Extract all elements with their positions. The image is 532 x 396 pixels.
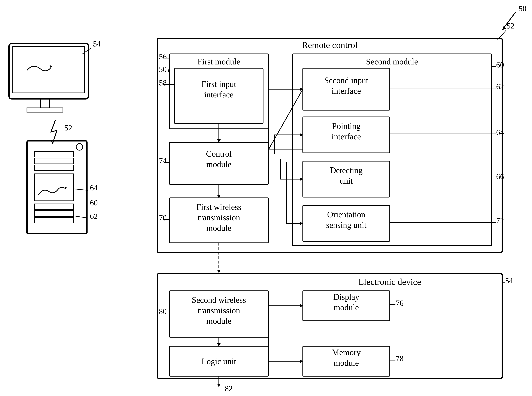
label-62-tower: 62: [90, 212, 98, 221]
svg-line-5: [82, 48, 91, 54]
pointing-interface-line2: interface: [332, 132, 361, 141]
label-72: 72: [496, 216, 504, 225]
first-input-interface-label2: interface: [204, 90, 234, 99]
label-74: 74: [159, 157, 167, 165]
control-module-line2: module: [206, 160, 231, 169]
memory-module-line1: Memory: [332, 348, 361, 357]
label-62-rc: 62: [496, 82, 504, 91]
electronic-device-title: Electronic device: [358, 277, 421, 287]
label-60-tower: 60: [90, 198, 98, 207]
label-76: 76: [396, 299, 403, 307]
label-66: 66: [496, 172, 504, 181]
label-64-tower: 64: [90, 183, 98, 192]
svg-marker-52: [300, 221, 303, 225]
label-54-ed: 54: [505, 276, 513, 285]
first-wireless-line3: module: [206, 223, 231, 233]
svg-line-24: [73, 216, 88, 218]
remote-control-title: Remote control: [302, 40, 358, 50]
first-wireless-line2: transmission: [198, 213, 240, 222]
svg-rect-2: [41, 99, 49, 108]
svg-marker-74: [300, 304, 303, 308]
second-module-label: Second module: [366, 57, 418, 66]
svg-marker-76: [300, 359, 303, 363]
svg-line-23: [73, 189, 88, 190]
label-60-rc: 60: [496, 61, 504, 69]
detecting-unit-line2: unit: [340, 176, 353, 185]
svg-rect-0: [9, 43, 88, 99]
svg-rect-14: [35, 174, 73, 201]
diagram: 54 52 64 60 62 Remote control First m: [0, 0, 532, 396]
svg-rect-28: [292, 54, 492, 246]
label-70: 70: [159, 213, 167, 222]
second-input-interface-line2: interface: [332, 86, 361, 95]
orientation-sensing-line1: Orientation: [327, 210, 365, 219]
label-78: 78: [396, 354, 403, 363]
first-wireless-line1: First wireless: [196, 202, 241, 212]
control-module-line1: Control: [206, 149, 232, 158]
svg-line-39: [268, 89, 303, 150]
label-56: 56: [159, 52, 167, 61]
label-80: 80: [159, 307, 167, 316]
svg-marker-49: [300, 177, 303, 181]
label-58: 58: [159, 79, 167, 87]
label-50-top: 50: [519, 4, 526, 13]
second-wireless-line2: transmission: [198, 306, 240, 315]
orientation-sensing-line2: sensing unit: [326, 220, 367, 230]
label-52-top: 52: [507, 22, 514, 30]
display-module-line2: module: [334, 303, 359, 312]
memory-module-line2: module: [334, 358, 359, 367]
svg-rect-3: [27, 108, 63, 112]
svg-marker-72: [217, 343, 221, 346]
svg-marker-65: [217, 270, 221, 273]
detecting-unit-line1: Detecting: [330, 166, 362, 175]
first-input-interface-label: First input: [201, 79, 236, 89]
display-module-line1: Display: [333, 292, 359, 302]
svg-marker-46: [300, 133, 303, 137]
second-wireless-line1: Second wireless: [192, 295, 246, 305]
pointing-interface-line1: Pointing: [332, 121, 361, 131]
label-82: 82: [225, 384, 233, 393]
svg-marker-79: [217, 384, 221, 387]
label-64-rc: 64: [496, 128, 504, 137]
svg-marker-36: [217, 140, 221, 142]
svg-marker-4: [49, 65, 53, 67]
second-input-interface-line1: Second input: [324, 76, 368, 85]
first-module-label: First module: [198, 57, 240, 66]
second-wireless-line3: module: [206, 316, 231, 326]
svg-rect-6: [27, 141, 87, 234]
label-52-wireless: 52: [64, 123, 72, 132]
label-54-monitor: 54: [93, 40, 101, 48]
logic-unit-label: Logic unit: [201, 357, 236, 366]
svg-marker-38: [217, 195, 221, 198]
label-50-rc: 50: [159, 65, 167, 74]
svg-point-7: [76, 144, 83, 150]
